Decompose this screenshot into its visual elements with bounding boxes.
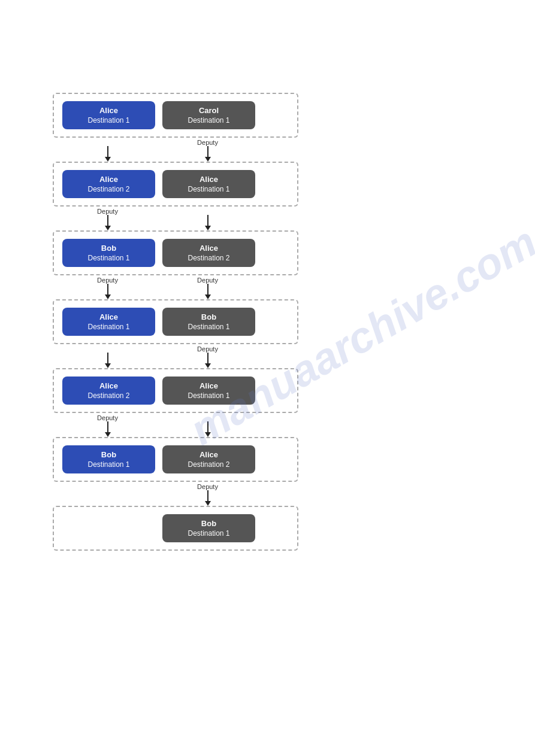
node-name: Bob	[170, 312, 248, 321]
diagram-container: Alice Destination 1 Carol Destination 1 …	[53, 93, 298, 551]
arrow-left-1	[61, 138, 154, 162]
arrow-head	[205, 294, 211, 299]
arrow-line	[107, 353, 108, 363]
arrow-head	[205, 432, 211, 437]
node-name: Alice	[170, 450, 248, 459]
node-name: Bob	[69, 244, 148, 253]
node-bob-dest1-row4: Bob Destination 1	[162, 308, 255, 336]
arrow-right-2	[161, 207, 254, 230]
node-dest: Destination 1	[69, 460, 148, 469]
row-box-6: Bob Destination 1 Alice Destination 2	[53, 437, 298, 482]
row-box-5: Alice Destination 2 Alice Destination 1	[53, 368, 298, 413]
node-name: Alice	[69, 381, 148, 390]
arrow-left-4	[61, 344, 154, 368]
arrow-right-5	[161, 413, 254, 437]
node-dest: Destination 1	[69, 116, 148, 125]
node-alice-dest2-row5: Alice Destination 2	[62, 377, 155, 405]
node-dest: Destination 1	[69, 323, 148, 331]
row-box-2: Alice Destination 2 Alice Destination 1	[53, 162, 298, 207]
arrow-line	[207, 215, 208, 226]
arrow-right-6: Deputy	[161, 482, 254, 506]
node-alice-dest1-row1: Alice Destination 1	[62, 101, 155, 129]
spacer-left	[62, 514, 155, 542]
deputy-label: Deputy	[197, 277, 218, 284]
node-name: Alice	[69, 175, 148, 184]
node-name: Bob	[170, 519, 248, 528]
arrow-right-4: Deputy	[161, 344, 254, 368]
connector-3-4: Deputy Deputy	[53, 275, 298, 299]
node-dest: Destination 1	[170, 391, 248, 400]
arrow-line	[107, 421, 108, 432]
arrow-head	[205, 226, 211, 230]
node-dest: Destination 2	[69, 391, 148, 400]
arrow-head	[105, 294, 111, 299]
node-dest: Destination 1	[170, 529, 248, 538]
deputy-label: Deputy	[97, 277, 118, 284]
connector-6-7: Deputy	[53, 482, 298, 506]
node-dest: Destination 1	[69, 254, 148, 262]
arrow-head	[205, 501, 211, 506]
arrow-left-3: Deputy	[61, 275, 154, 299]
row-box-4: Alice Destination 1 Bob Destination 1	[53, 299, 298, 344]
node-alice-dest1-row4: Alice Destination 1	[62, 308, 155, 336]
arrow-line	[207, 146, 208, 157]
row-box-7: Bob Destination 1	[53, 506, 298, 551]
node-name: Alice	[69, 106, 148, 115]
arrow-head	[105, 226, 111, 230]
node-alice-dest1-row2: Alice Destination 1	[162, 170, 255, 198]
node-alice-dest2-row3: Alice Destination 2	[162, 239, 255, 267]
deputy-label: Deputy	[97, 414, 118, 421]
node-alice-dest2-row2: Alice Destination 2	[62, 170, 155, 198]
row-box-3: Bob Destination 1 Alice Destination 2	[53, 230, 298, 275]
node-carol-dest1-row1: Carol Destination 1	[162, 101, 255, 129]
node-dest: Destination 1	[170, 185, 248, 193]
node-alice-dest1-row5: Alice Destination 1	[162, 377, 255, 405]
arrow-line	[207, 421, 208, 432]
node-name: Bob	[69, 450, 148, 459]
node-dest: Destination 1	[170, 323, 248, 331]
node-bob-dest1-row6: Bob Destination 1	[62, 445, 155, 473]
connector-4-5: Deputy	[53, 344, 298, 368]
node-name: Alice	[170, 381, 248, 390]
deputy-label: Deputy	[197, 345, 218, 353]
arrow-line	[107, 215, 108, 226]
node-bob-dest1-row3: Bob Destination 1	[62, 239, 155, 267]
deputy-label: Deputy	[197, 139, 218, 146]
spacer-left	[61, 482, 154, 506]
row-box-1: Alice Destination 1 Carol Destination 1	[53, 93, 298, 138]
arrow-line	[207, 284, 208, 294]
connector-2-3: Deputy	[53, 207, 298, 230]
arrow-head	[105, 363, 111, 368]
arrow-head	[205, 157, 211, 162]
node-dest: Destination 2	[69, 185, 148, 193]
arrow-head	[105, 157, 111, 162]
arrow-left-2: Deputy	[61, 207, 154, 230]
deputy-label: Deputy	[197, 483, 218, 490]
arrow-line	[207, 490, 208, 501]
node-name: Alice	[69, 312, 148, 321]
arrow-head	[205, 363, 211, 368]
arrow-left-5: Deputy	[61, 413, 154, 437]
deputy-label: Deputy	[97, 208, 118, 215]
node-dest: Destination 2	[170, 460, 248, 469]
connector-1-2: Deputy	[53, 138, 298, 162]
arrow-line	[107, 146, 108, 157]
arrow-line	[207, 353, 208, 363]
node-bob-dest1-row7: Bob Destination 1	[162, 514, 255, 542]
node-dest: Destination 1	[170, 116, 248, 125]
arrow-line	[107, 284, 108, 294]
node-dest: Destination 2	[170, 254, 248, 262]
arrow-right-1: Deputy	[161, 138, 254, 162]
node-name: Alice	[170, 175, 248, 184]
connector-5-6: Deputy	[53, 413, 298, 437]
node-name: Carol	[170, 106, 248, 115]
node-name: Alice	[170, 244, 248, 253]
arrow-right-3: Deputy	[161, 275, 254, 299]
arrow-head	[105, 432, 111, 437]
node-alice-dest2-row6: Alice Destination 2	[162, 445, 255, 473]
